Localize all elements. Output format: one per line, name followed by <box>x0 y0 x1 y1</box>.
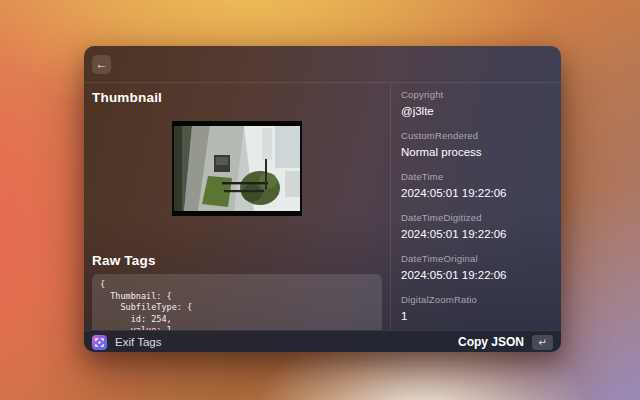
thumbnail-section-title: Thumbnail <box>92 90 382 105</box>
raw-tags-section-title: Raw Tags <box>92 253 382 268</box>
window-body: Thumbnail <box>84 83 561 330</box>
raw-tags-code-block[interactable]: { Thumbnail: { SubfileType: { id: 254, v… <box>92 274 382 330</box>
code-line: { <box>100 279 374 291</box>
code-line: value: 1, <box>100 325 374 330</box>
metadata-label: Copyright <box>401 89 551 100</box>
copy-json-button[interactable]: Copy JSON <box>458 335 524 349</box>
window-header: ← <box>84 46 561 83</box>
exif-tags-extension-icon <box>92 335 107 350</box>
code-line: Thumbnail: { <box>100 291 374 303</box>
code-line: id: 254, <box>100 314 374 326</box>
metadata-value: @j3lte <box>401 105 551 117</box>
metadata-panel: Copyright @j3lte CustomRendered Normal p… <box>390 83 561 330</box>
metadata-label: DateTimeDigitized <box>401 212 551 223</box>
metadata-row: DateTimeDigitized 2024:05:01 19:22:06 <box>401 212 551 240</box>
back-arrow-icon: ← <box>96 58 108 70</box>
metadata-label: DateTime <box>401 171 551 182</box>
metadata-label: DigitalZoomRatio <box>401 294 551 305</box>
footer-bar: Exif Tags Copy JSON ↵ <box>84 330 561 352</box>
footer-app-name: Exif Tags <box>115 336 161 348</box>
metadata-value: Normal process <box>401 146 551 158</box>
thumbnail-image <box>172 121 302 216</box>
main-panel: Thumbnail <box>84 83 390 330</box>
code-line: SubfileType: { <box>100 302 374 314</box>
metadata-value: 1 <box>401 310 551 322</box>
metadata-value: 2024:05:01 19:22:06 <box>401 187 551 199</box>
metadata-row: DateTimeOriginal 2024:05:01 19:22:06 <box>401 253 551 281</box>
metadata-row: DateTime 2024:05:01 19:22:06 <box>401 171 551 199</box>
metadata-row: CustomRendered Normal process <box>401 130 551 158</box>
metadata-value: 2024:05:01 19:22:06 <box>401 228 551 240</box>
metadata-row: DigitalZoomRatio 1 <box>401 294 551 322</box>
enter-key-badge[interactable]: ↵ <box>532 335 553 350</box>
viewfinder-icon <box>95 338 104 347</box>
metadata-value: 2024:05:01 19:22:06 <box>401 269 551 281</box>
metadata-label: CustomRendered <box>401 130 551 141</box>
exif-tags-window: ← Thumbnail <box>84 46 561 352</box>
metadata-row: Copyright @j3lte <box>401 89 551 117</box>
thumbnail-container <box>92 121 382 216</box>
return-key-icon: ↵ <box>538 337 546 348</box>
metadata-label: DateTimeOriginal <box>401 253 551 264</box>
back-button[interactable]: ← <box>92 55 111 74</box>
